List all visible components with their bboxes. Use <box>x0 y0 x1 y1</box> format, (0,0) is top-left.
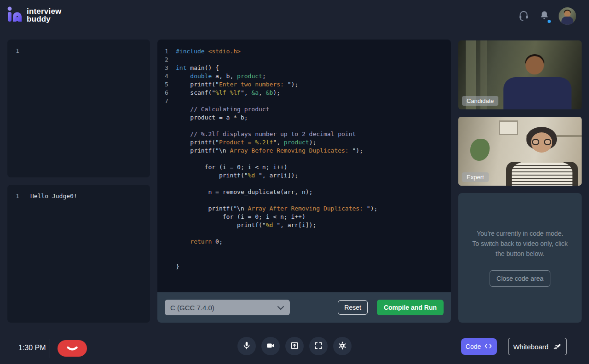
code-line <box>165 229 451 238</box>
output-content: Hello Judge0! <box>30 192 77 200</box>
code-brackets-icon <box>484 343 492 351</box>
code-mode-panel: You're currently in code mode. To switch… <box>458 193 582 323</box>
line-number: 7 <box>165 97 176 105</box>
whiteboard-button[interactable]: Whiteboard <box>508 338 567 355</box>
line-number: 1 <box>16 47 26 55</box>
editor-footer: C (GCC 7.4.0) Reset Compile and Run <box>157 292 451 323</box>
output-line: 1 Hello Judge0! <box>16 192 150 200</box>
line-number: 1 <box>165 47 176 56</box>
hangup-button[interactable] <box>58 340 87 357</box>
pen-scribble-icon <box>553 341 562 352</box>
line-number: 5 <box>165 80 176 89</box>
code-editor-panel: 1#include <stdio.h>23int main() {4 doubl… <box>157 40 451 323</box>
logo-wordmark: interview buddy <box>27 7 62 23</box>
code-line: 4 double a, b, product; <box>165 72 451 80</box>
line-number <box>165 147 176 155</box>
code-line: printf("\n Array Before Removing Duplica… <box>165 147 451 155</box>
code-line: printf("%d ", arr[i]); <box>165 221 451 229</box>
code-line: printf("Product = %.2lf", product); <box>165 138 451 147</box>
code-text: // %.2lf displays number up to 2 decimal… <box>176 130 356 138</box>
stdin-editor[interactable]: 1 <box>7 40 150 177</box>
line-number <box>165 114 176 122</box>
code-text: int main() { <box>176 64 219 72</box>
line-number <box>165 246 176 254</box>
line-number <box>165 155 176 163</box>
line-number <box>165 254 176 262</box>
code-text: } <box>176 262 179 271</box>
code-text: scanf("%lf %lf", &a, &b); <box>176 89 280 97</box>
video-scene <box>512 163 572 186</box>
line-number <box>165 196 176 205</box>
reset-button[interactable]: Reset <box>338 300 368 315</box>
camera-button[interactable] <box>261 337 280 355</box>
logo-icon <box>6 6 23 25</box>
code-text: for (i = 0; i < n; i++) <box>176 213 306 221</box>
code-line: printf("%d ", arr[i]); <box>165 171 451 180</box>
video-scene <box>525 56 544 74</box>
code-line <box>165 254 451 262</box>
clock-time: 1:30 PM <box>18 344 46 352</box>
line-number <box>165 262 176 271</box>
screen-share-button[interactable] <box>285 337 304 355</box>
line-number <box>165 138 176 147</box>
code-line: 2 <box>165 56 451 64</box>
video-scene <box>499 120 518 135</box>
line-number: 6 <box>165 89 176 97</box>
expert-video: Expert <box>458 117 582 186</box>
code-button-label: Code <box>466 343 481 350</box>
code-text: printf("Enter two numbers: "); <box>176 80 298 89</box>
app-window: interview buddy <box>0 0 589 364</box>
line-number: 3 <box>165 64 176 72</box>
line-number <box>165 163 176 171</box>
output-console: 1 Hello Judge0! <box>7 185 150 323</box>
code-line: 5 printf("Enter two numbers: "); <box>165 80 451 89</box>
code-line: for (i = 0; i < n; i++) <box>165 163 451 171</box>
gear-icon <box>337 341 347 352</box>
headset-button[interactable] <box>517 9 530 24</box>
settings-button[interactable] <box>333 337 352 355</box>
chevron-down-icon <box>277 304 284 312</box>
close-code-area-button[interactable]: Close code area <box>490 270 550 287</box>
microphone-button[interactable] <box>237 337 256 355</box>
call-controls <box>237 337 352 355</box>
line-number <box>165 171 176 180</box>
code-text: printf("\n Array Before Removing Duplica… <box>176 147 363 155</box>
line-number <box>165 213 176 221</box>
line-number <box>165 130 176 138</box>
fullscreen-button[interactable] <box>309 337 328 355</box>
hangup-phone-icon <box>65 344 79 353</box>
code-lines: 1#include <stdio.h>23int main() {4 doubl… <box>165 47 451 271</box>
code-line: return 0; <box>165 238 451 246</box>
line-number <box>165 122 176 130</box>
code-line <box>165 196 451 205</box>
screen-share-icon <box>289 341 300 352</box>
notification-badge <box>547 19 552 24</box>
compile-run-button[interactable]: Compile and Run <box>377 300 444 315</box>
code-line <box>165 122 451 130</box>
code-line: // Calculating product <box>165 105 451 114</box>
code-mode-button[interactable]: Code <box>461 338 497 355</box>
camera-icon <box>266 341 276 352</box>
code-text: printf("\n Array After Removing Duplicat… <box>176 205 377 213</box>
language-select-value: C (GCC 7.4.0) <box>170 304 214 312</box>
notifications-button[interactable] <box>538 9 550 23</box>
code-line <box>165 155 451 163</box>
line-number <box>165 238 176 246</box>
headset-icon <box>518 16 529 23</box>
code-text: printf("Product = %.2lf", product); <box>176 138 316 147</box>
code-line: // %.2lf displays number up to 2 decimal… <box>165 130 451 138</box>
app-logo[interactable]: interview buddy <box>6 6 62 25</box>
line-number <box>165 180 176 188</box>
expert-label: Expert <box>462 172 489 182</box>
code-line: 7 <box>165 97 451 105</box>
video-scene <box>470 139 490 161</box>
user-avatar[interactable] <box>559 7 576 25</box>
language-select[interactable]: C (GCC 7.4.0) <box>165 300 290 315</box>
code-editor[interactable]: 1#include <stdio.h>23int main() {4 doubl… <box>157 40 451 292</box>
microphone-icon <box>242 341 252 352</box>
line-number <box>165 221 176 229</box>
line-number <box>165 188 176 196</box>
code-mode-message-line2: To switch back to video only, click the … <box>468 239 572 259</box>
code-text: printf("%d ", arr[i]); <box>176 171 298 180</box>
code-line: product = a * b; <box>165 114 451 122</box>
